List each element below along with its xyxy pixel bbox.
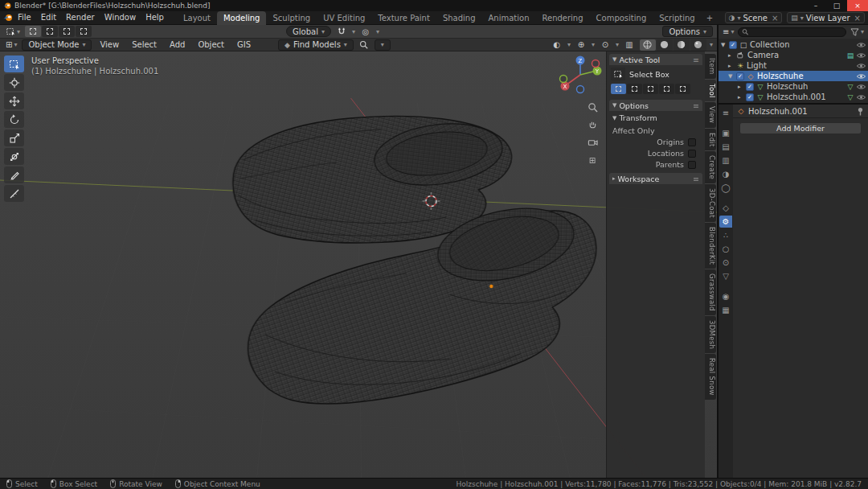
menu-render[interactable]: Render	[61, 11, 100, 24]
add-modifier-button[interactable]: Add Modifier	[739, 122, 862, 134]
object-checkbox[interactable]: ✓	[746, 93, 754, 101]
blenderkit-search-button[interactable]	[357, 39, 371, 51]
outliner-row-holzschuh-001[interactable]: ▸ ✓ ▽ Holzschuh.001 ▽	[719, 92, 868, 102]
outliner-row-holzschuhe[interactable]: ▼ ✓ ◇ Holzschuhe	[719, 71, 868, 81]
menu-object[interactable]: Object	[193, 39, 229, 51]
properties-editor-dropdown[interactable]: ≡	[719, 107, 732, 119]
scene-selector[interactable]: ◑ ▾ Scene ×	[725, 12, 783, 23]
particle-properties-tab[interactable]: ∴	[719, 229, 732, 241]
workspace-tab-modeling[interactable]: Modeling	[217, 11, 267, 25]
workspace-tab-scripting[interactable]: Scripting	[653, 11, 701, 25]
workspace-tab-layout[interactable]: Layout	[177, 11, 217, 25]
menu-edit[interactable]: Edit	[36, 11, 61, 24]
3d-viewport-canvas[interactable]: User Perspective (1) Holzschuhe | Holzsc…	[0, 51, 717, 478]
scene-properties-tab[interactable]: ◑	[719, 168, 732, 180]
xray-toggle[interactable]: ▥	[622, 39, 637, 51]
tool-scale[interactable]	[4, 129, 24, 146]
tool-select-box[interactable]	[4, 55, 24, 72]
hide-eye-icon[interactable]	[857, 73, 866, 80]
mode-extend-button[interactable]	[627, 84, 642, 94]
view-layer-properties-tab[interactable]: ▥	[719, 154, 732, 166]
object-visibility-dropdown[interactable]: ◐	[550, 39, 564, 51]
outliner-editor-dropdown[interactable]: ≡ ▾	[721, 27, 735, 38]
overlays-toggle[interactable]: ⊙	[598, 39, 612, 51]
mode-set-button[interactable]	[611, 84, 626, 94]
editor-type-dropdown[interactable]: ⊞ ▾	[4, 39, 18, 51]
proportional-editing-toggle[interactable]: ◎	[358, 26, 373, 37]
sidebar-tab-view[interactable]: View	[705, 102, 716, 127]
workspace-panel-header[interactable]: ▸ Workspace ≡	[609, 173, 702, 184]
options-dropdown[interactable]: Options ▾	[662, 26, 713, 37]
tool-measure[interactable]	[4, 185, 24, 202]
pan-control[interactable]	[584, 117, 600, 132]
zoom-control[interactable]	[584, 100, 600, 114]
world-properties-tab[interactable]: ◯	[719, 182, 732, 194]
sidebar-tab-3dmesh[interactable]: 3DMesh	[705, 316, 716, 353]
proportional-dropdown[interactable]: ▾	[376, 28, 379, 35]
sidebar-tab-item[interactable]: Item	[705, 54, 716, 79]
physics-properties-tab[interactable]: ○	[719, 243, 732, 255]
transform-subpanel-header[interactable]: ▼ Transform	[609, 111, 702, 125]
shading-wireframe-button[interactable]	[640, 39, 656, 51]
outliner-search[interactable]	[738, 27, 846, 37]
workspace-tab-rendering[interactable]: Rendering	[535, 11, 589, 25]
hide-eye-icon[interactable]	[857, 84, 866, 90]
disclosure-icon[interactable]: ▼	[721, 42, 727, 48]
parents-checkbox[interactable]	[688, 161, 696, 169]
remove-view-layer-icon[interactable]: ×	[854, 14, 861, 23]
menu-add[interactable]: Add	[165, 39, 190, 51]
menu-help[interactable]: Help	[141, 11, 169, 24]
sidebar-tab-3d-coat[interactable]: 3D-Coat	[705, 184, 716, 222]
object-properties-tab[interactable]: ◇	[719, 202, 732, 214]
hide-eye-icon[interactable]	[857, 63, 866, 69]
outliner-filter-button[interactable]: ▾	[849, 27, 866, 38]
hide-eye-icon[interactable]	[857, 42, 866, 48]
select-box-tool-button[interactable]	[611, 68, 625, 80]
workspace-tab-compositing[interactable]: Compositing	[590, 11, 653, 25]
add-workspace-button[interactable]: +	[702, 11, 718, 25]
options-panel-header[interactable]: ▼ Options ≡	[609, 100, 702, 111]
outliner-row-holzschuh[interactable]: ▸ ✓ ▽ Holzschuh ▽	[719, 81, 868, 92]
mode-dropdown[interactable]: Object Mode ▾	[22, 39, 92, 51]
mode-difference-button[interactable]	[659, 84, 674, 94]
disclosure-icon[interactable]: ▸	[738, 94, 743, 101]
menu-select[interactable]: Select	[127, 39, 162, 51]
blender-app-icon[interactable]	[3, 14, 13, 22]
origins-checkbox[interactable]	[688, 138, 696, 146]
maximize-button[interactable]: □	[826, 0, 847, 11]
select-mode-subtract-button[interactable]	[59, 26, 75, 37]
workspace-tab-texture-paint[interactable]: Texture Paint	[371, 11, 436, 25]
outliner-row-light[interactable]: ▸ ☀ Light	[719, 60, 868, 71]
view-layer-selector[interactable]: ▤ ▾ View Layer ×	[787, 12, 865, 23]
sidebar-tab-blenderkit[interactable]: BlenderKit	[705, 223, 716, 269]
hide-eye-icon[interactable]	[857, 52, 866, 59]
outliner-row-collection[interactable]: ▼ ✓ □ Collection	[719, 39, 868, 50]
disclosure-icon[interactable]: ▸	[728, 52, 734, 59]
panel-menu-icon[interactable]: ≡	[693, 101, 699, 110]
sidebar-tab-grasswald[interactable]: Grasswald	[705, 269, 716, 315]
shading-material-button[interactable]	[674, 39, 690, 51]
sidebar-tab-create[interactable]: Create	[705, 151, 716, 183]
outliner-search-input[interactable]	[751, 28, 842, 36]
locations-checkbox[interactable]	[688, 150, 696, 158]
select-mode-extend-button[interactable]	[42, 26, 58, 37]
texture-properties-tab[interactable]: ▦	[719, 304, 732, 316]
tool-move[interactable]	[4, 92, 24, 109]
sidebar-tab-tool[interactable]: Tool	[705, 80, 716, 102]
gizmo-x-negative[interactable]	[592, 60, 600, 68]
tool-annotate[interactable]	[4, 166, 24, 183]
gizmo-y-negative[interactable]	[560, 76, 567, 83]
hide-eye-icon[interactable]	[857, 94, 866, 101]
pin-icon[interactable]	[857, 107, 864, 116]
camera-view-control[interactable]	[584, 135, 600, 150]
mode-subtract-button[interactable]	[643, 84, 658, 94]
sidebar-tab-real-snow[interactable]: Real Snow	[705, 354, 716, 400]
tool-transform[interactable]	[4, 148, 24, 165]
panel-menu-icon[interactable]: ≡	[693, 55, 699, 64]
output-properties-tab[interactable]: ▤	[719, 141, 732, 153]
shading-rendered-button[interactable]	[690, 39, 706, 51]
shading-dropdown[interactable]: ▾	[710, 41, 713, 48]
collection-checkbox[interactable]: ✓	[729, 41, 737, 49]
find-models-dropdown[interactable]: ◆ Find Models ▾	[278, 39, 354, 51]
object-checkbox[interactable]: ✓	[746, 83, 754, 91]
